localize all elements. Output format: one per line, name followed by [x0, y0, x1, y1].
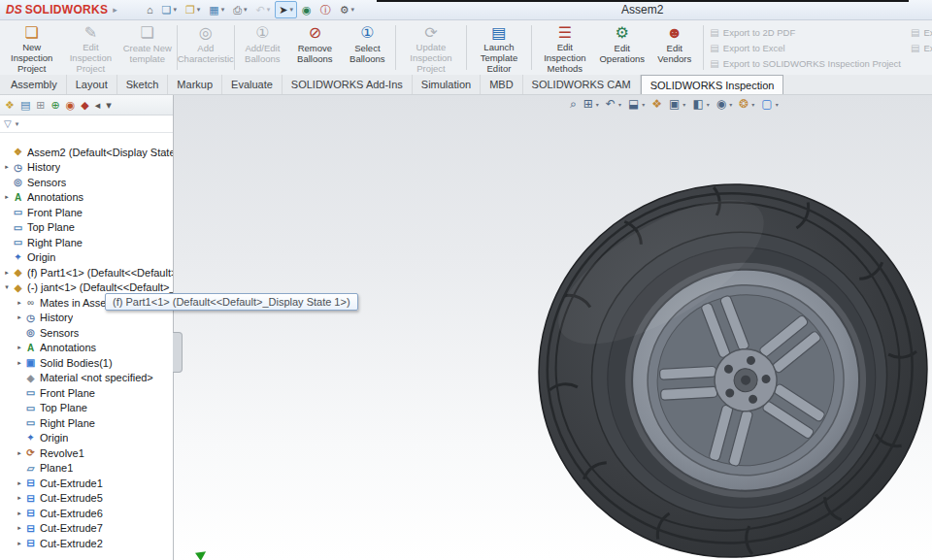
export-to-2d-pdf-button[interactable]: ▤Export to 2D PDF [710, 24, 901, 40]
create-new-template-button[interactable]: ❏Create New template [119, 20, 175, 75]
tab-mbd[interactable]: MBD [481, 75, 522, 94]
section-view-button[interactable]: ⬓▾ [628, 97, 645, 111]
collapsed-arrow-icon[interactable]: ▸ [15, 540, 24, 547]
add-characteristic-button[interactable]: ◎Add Characteristic [180, 20, 232, 75]
new-inspection-project-button[interactable]: ❏New Inspection Project [2, 20, 61, 75]
tab-sketch[interactable]: Sketch [117, 75, 169, 94]
dropdown-caret-icon[interactable]: ▾ [290, 6, 294, 14]
tree-item[interactable]: ▭Front Plane [0, 385, 173, 401]
collapsed-arrow-icon[interactable]: ▸ [2, 269, 12, 277]
propertymanager-tab[interactable]: ▤ [20, 96, 30, 114]
select-balloons-button[interactable]: ①Select Balloons [341, 20, 393, 75]
tab-solidworks-add-ins[interactable]: SOLIDWORKS Add-Ins [283, 75, 413, 94]
dropdown-caret-icon[interactable]: ▾ [596, 101, 599, 108]
featuremanager-tree-tab[interactable]: ❖ [5, 96, 15, 114]
edit-inspection-project-button[interactable]: ✎Edit Inspection Project [61, 20, 119, 75]
tab-assembly[interactable]: Assembly [2, 75, 67, 94]
displaymanager-tab[interactable]: ◉ [66, 96, 76, 114]
collapsed-arrow-icon[interactable]: ▸ [15, 313, 24, 321]
dropdown-caret-icon[interactable]: ▾ [682, 101, 685, 108]
dimxpertmanager-tab[interactable]: ⊕ [51, 96, 60, 114]
export-to-3d-pdf-button[interactable]: ▤Export to 3D PDF [911, 24, 932, 40]
print-button[interactable]: ⎙▾ [229, 1, 250, 18]
file-properties-button[interactable]: ⓘ [316, 1, 335, 18]
dropdown-caret-icon[interactable]: ▾ [707, 101, 710, 108]
edit-appearance-button[interactable]: ❂▾ [739, 97, 754, 111]
rebuild-button[interactable]: ◉ [298, 1, 316, 18]
collapsed-arrow-icon[interactable]: ▸ [15, 359, 24, 367]
tab-simulation[interactable]: Simulation [413, 75, 481, 94]
inspection-manager-tab[interactable]: ◆ [81, 96, 88, 114]
tree-item[interactable]: ▸▣Solid Bodies(1) [0, 355, 173, 371]
options-button[interactable]: ⚙▾ [336, 1, 358, 18]
tree-item[interactable]: ▸⊟Cut-Extrude5 [0, 491, 173, 507]
select-button[interactable]: ➤▾ [275, 1, 297, 18]
dropdown-caret-icon[interactable]: ▾ [776, 101, 779, 108]
collapsed-arrow-icon[interactable]: ▸ [15, 479, 24, 487]
tree-item[interactable]: ▸AAnnotations [0, 341, 173, 356]
tree-item[interactable]: ▸◷History [0, 311, 173, 326]
tree-item[interactable]: ⌖Origin [0, 250, 173, 266]
tree-item[interactable]: ▸◷History [0, 160, 173, 176]
expanded-arrow-icon[interactable]: ▾ [2, 283, 12, 291]
tree-item[interactable]: ◈Material <not specified> [0, 371, 173, 386]
wheel-3d-model[interactable] [536, 182, 930, 560]
tree-item[interactable]: ▭Right Plane [0, 415, 173, 431]
tree-item[interactable]: ▱Plane1 [0, 461, 173, 477]
export-to-solidworks-inspection-project-button[interactable]: ▤Export to SOLIDWORKS Inspection Project [710, 55, 901, 71]
tree-item[interactable]: ▭Top Plane [0, 401, 173, 416]
tree-item[interactable]: ▭Right Plane [0, 235, 173, 250]
collapsed-arrow-icon[interactable]: ▸ [2, 193, 12, 201]
view-orientation-button[interactable]: ▣▾ [669, 97, 685, 111]
tree-item[interactable]: ❖Assem2 (Default<Display State-1>) [0, 145, 173, 160]
export-to-excel-button[interactable]: ▤Export to Excel [710, 40, 901, 55]
dropdown-caret-icon[interactable]: ▾ [173, 6, 177, 14]
edit-inspection-methods-button[interactable]: ☰Edit Inspection Methods [534, 20, 596, 75]
annotation-views-button[interactable]: ❖ [651, 97, 662, 111]
tree-item[interactable]: ▸AAnnotations [0, 190, 173, 206]
tree-item[interactable]: ▸⊟Cut-Extrude7 [0, 521, 173, 537]
dropdown-caret-icon[interactable]: ▾ [267, 6, 271, 14]
dropdown-caret-icon[interactable]: ▾ [642, 101, 645, 108]
configurationmanager-tab[interactable]: ⊞ [36, 96, 45, 114]
tree-item[interactable]: ▸⟳Revolve1 [0, 445, 173, 461]
add-edit-balloons-button[interactable]: ①Add/Edit Balloons [236, 20, 288, 75]
dropdown-caret-icon[interactable]: ▾ [197, 6, 201, 14]
tab-layout[interactable]: Layout [67, 75, 117, 94]
dropdown-caret-icon[interactable]: ▾ [244, 6, 248, 14]
filter-bar[interactable]: ▽ ▾ [0, 115, 173, 133]
hide-show-items-button[interactable]: ◉▾ [716, 97, 733, 111]
remove-balloons-button[interactable]: ⊘Remove Balloons [288, 20, 341, 75]
panel-splitter[interactable] [173, 332, 183, 373]
collapsed-arrow-icon[interactable]: ▸ [15, 494, 24, 502]
dropdown-caret-icon[interactable]: ▾ [351, 6, 355, 14]
tree-item[interactable]: ◎Sensors [0, 175, 173, 190]
tree-item[interactable]: ▸⊟Cut-Extrude2 [0, 536, 173, 551]
export-edrawings-button[interactable]: ▤Export eDrawings [911, 40, 932, 55]
tab-solidworks-inspection[interactable]: SOLIDWORKS Inspection [641, 75, 784, 94]
scroll-left-icon[interactable]: ◂ [95, 96, 101, 114]
edit-vendors-button[interactable]: ☻Edit Vendors [649, 20, 701, 75]
collapsed-arrow-icon[interactable]: ▸ [15, 449, 24, 457]
update-inspection-project-button[interactable]: ⟳Update Inspection Project [398, 20, 464, 75]
undo-button[interactable]: ↶▾ [252, 1, 275, 18]
filter-caret-icon[interactable]: ▾ [16, 120, 19, 128]
dropdown-caret-icon[interactable]: ▾ [751, 101, 754, 108]
display-style-button[interactable]: ◧▾ [692, 97, 709, 111]
panel-menu-caret[interactable]: ▾ [106, 96, 112, 114]
tree-item[interactable]: ▸⊟Cut-Extrude1 [0, 476, 173, 491]
tree-item[interactable]: ⌖Origin [0, 431, 173, 446]
collapsed-arrow-icon[interactable]: ▸ [15, 510, 24, 517]
zoom-fit-button[interactable]: ⌕ [570, 97, 577, 111]
collapsed-arrow-icon[interactable]: ▸ [2, 163, 12, 171]
collapsed-arrow-icon[interactable]: ▸ [15, 524, 24, 532]
launch-template-editor-button[interactable]: ▤Launch Template Editor [469, 20, 530, 75]
zoom-to-area-button[interactable]: ⊞▾ [583, 97, 599, 111]
collapsed-arrow-icon[interactable]: ▸ [15, 344, 24, 351]
tree-item[interactable]: ◎Sensors [0, 325, 173, 341]
home-button[interactable]: ⌂ [143, 1, 157, 18]
viewport-3d[interactable]: ⌕⊞▾↶▾⬓▾❖▣▾◧▾◉▾❂▾▢▾ [174, 95, 932, 560]
open-document-button[interactable]: ❐▾ [182, 1, 204, 18]
save-button[interactable]: ▦▾ [205, 1, 228, 18]
view-settings-button[interactable]: ▢▾ [761, 97, 778, 111]
